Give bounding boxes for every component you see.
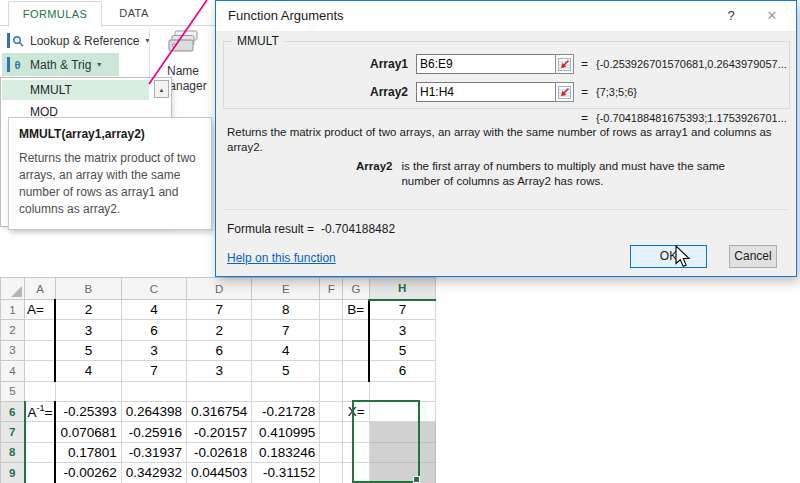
cell[interactable]: -0.02618 (187, 442, 252, 462)
col-header[interactable]: D (187, 278, 252, 300)
cancel-button[interactable]: Cancel (729, 245, 777, 268)
active-cell[interactable] (369, 401, 435, 421)
cell[interactable]: 2 (187, 320, 252, 340)
cell[interactable] (320, 422, 343, 442)
cell[interactable]: 5 (252, 361, 320, 381)
cell[interactable]: -0.21728 (252, 401, 320, 421)
row-header[interactable]: 1 (1, 300, 25, 320)
cell[interactable] (320, 320, 343, 340)
col-header[interactable]: G (343, 278, 369, 300)
row-header[interactable]: 2 (1, 320, 25, 340)
cell[interactable]: 0.410995 (252, 422, 320, 442)
col-header-selected[interactable]: H (369, 278, 435, 300)
cell[interactable]: A-1= (25, 401, 56, 421)
math-trig-button[interactable]: θ Math & Trig ▾ (2, 53, 119, 76)
cell[interactable]: 4 (252, 340, 320, 360)
cell-selected[interactable] (369, 442, 435, 462)
help-on-this-function-link[interactable]: Help on this function (227, 251, 336, 265)
row-header[interactable]: 3 (1, 340, 25, 360)
cell[interactable]: 0.342932 (121, 463, 186, 483)
array2-range-selector-button[interactable] (555, 82, 574, 102)
cell[interactable] (343, 361, 369, 381)
cell[interactable]: -0.25916 (121, 422, 186, 442)
cell[interactable]: 6 (187, 340, 252, 360)
cell[interactable]: 3 (121, 340, 186, 360)
cell[interactable] (320, 361, 343, 381)
cell[interactable] (320, 300, 343, 320)
cell[interactable]: 3 (187, 361, 252, 381)
cell[interactable] (320, 340, 343, 360)
cell[interactable] (343, 442, 369, 462)
row-header-selected[interactable]: 9 (1, 463, 25, 483)
cell[interactable] (121, 381, 186, 401)
cell[interactable]: 5 (55, 340, 121, 360)
col-header[interactable]: E (252, 278, 320, 300)
array1-range-selector-button[interactable] (555, 54, 574, 74)
cell[interactable] (25, 320, 56, 340)
cell[interactable] (343, 320, 369, 340)
cell[interactable]: X= (343, 401, 369, 421)
cell[interactable] (369, 381, 435, 401)
cell[interactable] (187, 381, 252, 401)
cell[interactable]: 0.183246 (252, 442, 320, 462)
cell[interactable]: 7 (121, 361, 186, 381)
cell-selected[interactable] (369, 463, 435, 483)
cell-selected[interactable] (369, 422, 435, 442)
cell[interactable]: 8 (252, 300, 320, 320)
cell[interactable] (25, 422, 56, 442)
cell[interactable] (320, 381, 343, 401)
cell[interactable]: B= (343, 300, 369, 320)
cell[interactable]: 0.264398 (121, 401, 186, 421)
cell[interactable] (25, 361, 56, 381)
ok-button[interactable]: OK (630, 245, 707, 268)
menu-item-mmult[interactable]: MMULT (2, 80, 149, 100)
cell[interactable] (25, 442, 56, 462)
cell[interactable]: -0.00262 (55, 463, 121, 483)
close-icon[interactable]: ✕ (761, 1, 783, 31)
cell[interactable]: 0.070681 (55, 422, 121, 442)
cell[interactable]: 6 (121, 320, 186, 340)
cell[interactable]: 7 (187, 300, 252, 320)
cell[interactable] (320, 463, 343, 483)
cell[interactable]: 0.044503 (187, 463, 252, 483)
row-header-selected[interactable]: 6 (1, 401, 25, 421)
row-header-selected[interactable]: 8 (1, 442, 25, 462)
col-header[interactable]: B (55, 278, 121, 300)
cell[interactable]: 7 (369, 300, 435, 320)
cell[interactable]: 4 (55, 361, 121, 381)
col-header[interactable]: A (25, 278, 56, 300)
cell[interactable] (343, 381, 369, 401)
cell[interactable]: 6 (369, 361, 435, 381)
cell[interactable] (252, 381, 320, 401)
col-header[interactable]: F (320, 278, 343, 300)
cell[interactable] (25, 381, 56, 401)
row-header[interactable]: 4 (1, 361, 25, 381)
cell[interactable] (320, 442, 343, 462)
row-header-selected[interactable]: 7 (1, 422, 25, 442)
lookup-reference-button[interactable]: Lookup & Reference ▾ (2, 29, 152, 52)
cell[interactable] (343, 463, 369, 483)
cell[interactable] (55, 381, 121, 401)
cell[interactable]: 0.17801 (55, 442, 121, 462)
cell[interactable]: 5 (369, 340, 435, 360)
cell[interactable]: 3 (55, 320, 121, 340)
row-header[interactable]: 5 (1, 381, 25, 401)
array2-input[interactable] (416, 82, 556, 102)
cell[interactable]: 2 (55, 300, 121, 320)
tab-formulas[interactable]: FORMULAS (8, 1, 102, 27)
cell[interactable]: -0.20157 (187, 422, 252, 442)
cell[interactable]: 7 (252, 320, 320, 340)
tab-data[interactable]: DATA (104, 1, 164, 25)
cell[interactable]: -0.25393 (55, 401, 121, 421)
cell[interactable]: 3 (369, 320, 435, 340)
cell[interactable] (343, 340, 369, 360)
cell[interactable]: -0.31937 (121, 442, 186, 462)
dialog-help-button[interactable]: ? (721, 1, 741, 31)
cell[interactable]: 0.316754 (187, 401, 252, 421)
col-header[interactable]: C (121, 278, 186, 300)
cell[interactable]: -0.31152 (252, 463, 320, 483)
select-all-corner[interactable] (1, 278, 25, 300)
cell[interactable]: A= (25, 300, 56, 320)
scroll-up-button[interactable]: ▲ (154, 80, 169, 98)
cell[interactable] (25, 340, 56, 360)
